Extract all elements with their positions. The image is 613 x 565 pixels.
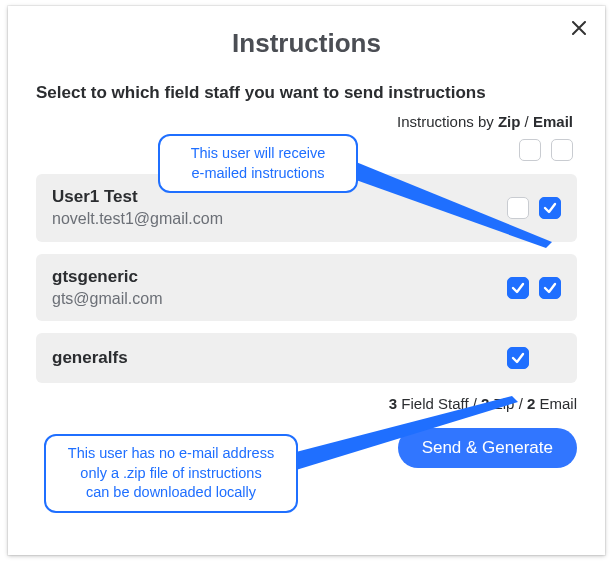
user-email-checkbox[interactable] bbox=[539, 277, 561, 299]
annotation-callout: This user will receive e-mailed instruct… bbox=[158, 134, 358, 193]
close-icon bbox=[572, 21, 586, 35]
user-zip-checkbox[interactable] bbox=[507, 347, 529, 369]
dialog-subtitle: Select to which field staff you want to … bbox=[36, 83, 577, 103]
check-icon bbox=[511, 351, 525, 365]
dialog-title: Instructions bbox=[36, 28, 577, 59]
annotation-pointer-icon bbox=[296, 396, 546, 476]
col-email: Email bbox=[533, 113, 573, 130]
check-icon bbox=[511, 281, 525, 295]
annotation-callout: This user has no e-mail address only a .… bbox=[44, 434, 298, 513]
close-button[interactable] bbox=[567, 16, 591, 40]
instructions-dialog: Instructions Select to which field staff… bbox=[8, 6, 605, 555]
col-zip: Zip bbox=[498, 113, 521, 130]
user-row: generalfs bbox=[36, 333, 577, 383]
svg-marker-0 bbox=[356, 162, 552, 248]
svg-marker-1 bbox=[296, 396, 518, 470]
annotation-pointer-icon bbox=[356, 154, 576, 274]
column-header: Instructions by Zip / Email bbox=[36, 113, 577, 130]
check-icon bbox=[543, 281, 557, 295]
annotation-text: This user will receive e-mailed instruct… bbox=[191, 145, 326, 181]
annotation-text: This user has no e-mail address only a .… bbox=[68, 445, 274, 500]
user-zip-checkbox[interactable] bbox=[507, 277, 529, 299]
user-email: gts@gmail.com bbox=[52, 288, 507, 310]
user-name: generalfs bbox=[52, 347, 507, 369]
col-prefix: Instructions by bbox=[397, 113, 498, 130]
